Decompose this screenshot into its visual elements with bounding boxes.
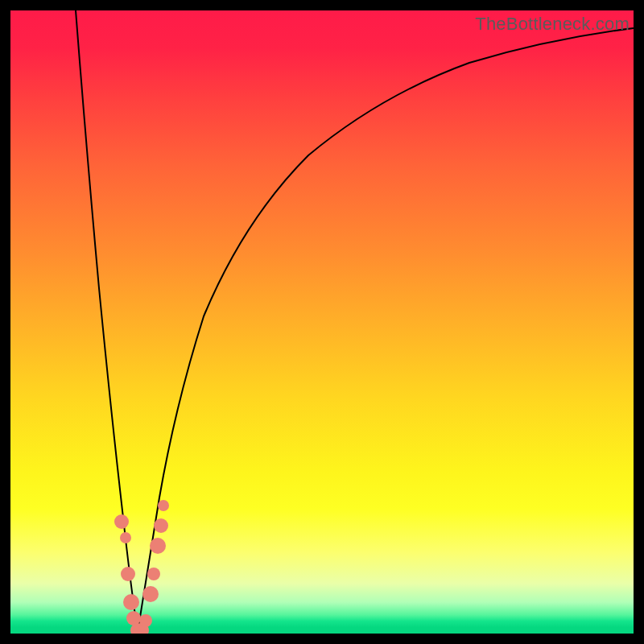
curve-right-branch [138, 28, 634, 632]
data-marker [123, 594, 139, 610]
data-marker [142, 586, 159, 602]
data-marker [154, 518, 168, 533]
data-marker [139, 614, 152, 627]
bottleneck-curve [10, 10, 634, 634]
chart-frame: TheBottleneck.com [0, 0, 644, 644]
data-marker [150, 538, 166, 554]
data-marker [120, 532, 131, 543]
data-marker [114, 514, 129, 529]
data-marker [158, 500, 169, 511]
watermark-text: TheBottleneck.com [475, 14, 630, 35]
data-marker [121, 567, 135, 581]
data-marker [147, 568, 160, 580]
